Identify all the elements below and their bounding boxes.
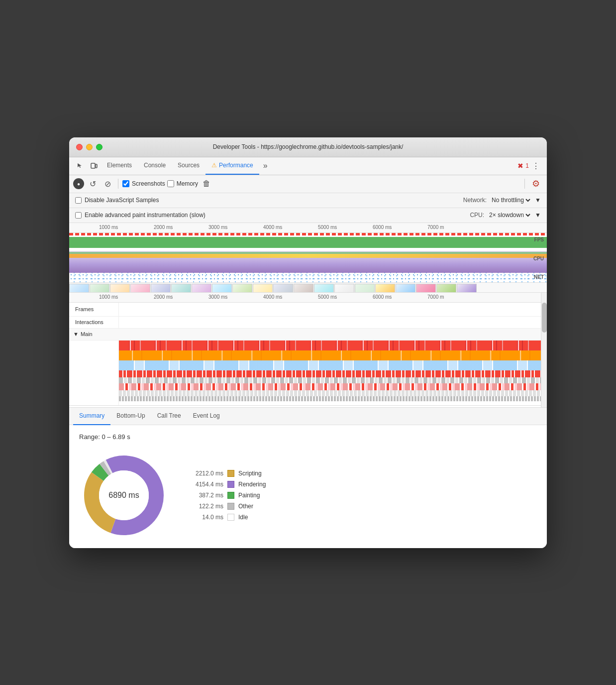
painting-swatch [227,492,234,499]
clear-button[interactable]: ⊘ [101,177,114,190]
record-button[interactable]: ● [73,178,84,189]
legend-painting: 387.2 ms Painting [189,492,266,499]
idle-label: Idle [238,514,248,521]
screenshot-4 [130,284,150,293]
screenshot-6 [171,284,191,293]
screenshot-2 [90,284,109,293]
time-ruler-main: 1000 ms 2000 ms 3000 ms 4000 ms 5000 ms … [69,293,547,303]
error-badge[interactable]: ✖ 1 [517,162,529,170]
other-label: Other [238,503,253,510]
summary-legend: 2212.0 ms Scripting 4154.4 ms Rendering … [189,470,266,521]
screenshot-17 [396,284,415,293]
toolbar-divider-1 [118,179,118,189]
flame-row-3 [119,360,547,370]
screenshot-9 [232,284,252,293]
disable-js-label[interactable]: Disable JavaScript Samples [75,197,159,204]
flame-row-7 [119,390,547,396]
tick-main-5000: 5000 ms [318,294,337,300]
tab-console[interactable]: Console [138,157,172,175]
main-section[interactable]: ▼ Main [69,329,547,406]
tab-event-log[interactable]: Event Log [187,407,226,425]
memory-checkbox[interactable] [167,180,174,187]
main-track-label-space [69,341,119,405]
scrollbar-thumb[interactable] [542,303,547,333]
legend-other: 122.2 ms Other [189,503,266,510]
idle-value: 14.0 ms [189,514,223,521]
rendering-label: Rendering [238,481,266,488]
settings-gear-button[interactable]: ⚙ [529,177,543,191]
screenshot-14 [334,284,354,293]
legend-rendering: 4154.4 ms Rendering [189,481,266,488]
devtools-window: Developer Tools - https://googlechrome.g… [69,137,547,548]
cpu-setting: CPU: 2× slowdown No throttling 4× slowdo… [470,211,541,219]
screenshot-5 [151,284,171,293]
flame-row-1 [119,341,547,350]
tab-summary[interactable]: Summary [73,407,110,425]
main-section-header[interactable]: ▼ Main [69,329,547,341]
tick-main-4000: 4000 ms [263,294,282,300]
toolbar-divider-2 [524,179,525,189]
cpu-label: CPU [533,256,544,261]
warning-icon: ⚠ [211,162,217,169]
tab-call-tree[interactable]: Call Tree [151,407,187,425]
flame-row-4 [119,370,547,377]
maximize-button[interactable] [96,144,103,150]
fps-green-bar [69,237,547,248]
screenshot-13 [314,284,334,293]
screenshots-checkbox[interactable] [122,180,129,187]
cursor-icon[interactable] [73,159,87,173]
tab-elements[interactable]: Elements [101,157,138,175]
scripting-value: 2212.0 ms [189,470,223,477]
advanced-paint-label[interactable]: Enable advanced paint instrumentation (s… [75,212,205,219]
reload-record-button[interactable]: ↺ [86,177,99,190]
interactions-label: Interactions [69,317,119,328]
devtools-menu-button[interactable]: ⋮ [529,159,543,173]
cpu-green-line [69,252,547,254]
tick-5000: 5000 ms [318,225,337,230]
donut-chart: 6890 ms [79,451,169,540]
screenshot-16 [375,284,395,293]
net-dots [69,273,547,282]
tick-main-7000: 7000 m [427,294,444,300]
painting-value: 387.2 ms [189,492,223,499]
cpu-select[interactable]: 2× slowdown No throttling 4× slowdown 6×… [487,211,532,219]
interactions-track[interactable]: Interactions [69,317,547,329]
screenshots-track [69,283,547,293]
devtools-tab-bar: Elements Console Sources ⚠ Performance »… [69,157,547,175]
tab-bottom-up[interactable]: Bottom-Up [110,407,151,425]
flame-row-6 [119,383,547,390]
screenshot-3 [110,284,130,293]
gear-icon: ⚙ [532,178,540,189]
tick-main-6000: 6000 ms [373,294,392,300]
memory-checkbox-label[interactable]: Memory [167,180,198,187]
screenshot-15 [355,284,375,293]
more-tabs-button[interactable]: » [259,161,272,170]
advanced-paint-checkbox[interactable] [75,212,82,219]
settings-row-1: Disable JavaScript Samples Network: No t… [69,193,547,208]
summary-content: 6890 ms 2212.0 ms Scripting 4154.4 ms Re… [79,451,537,540]
time-ruler-overview: 1000 ms 2000 ms 3000 ms 4000 ms 5000 ms … [69,223,547,233]
minimize-button[interactable] [86,144,93,150]
trash-button[interactable]: 🗑 [200,177,213,190]
screenshot-7 [192,284,211,293]
device-icon[interactable] [87,159,101,173]
disable-js-checkbox[interactable] [75,197,82,204]
main-flame-content[interactable] [119,341,547,405]
net-track: NET [69,273,547,283]
fps-track: FPS [69,233,547,248]
close-button[interactable] [76,144,83,150]
interactions-content [119,317,547,329]
window-title: Developer Tools - https://googlechrome.g… [213,143,404,150]
timeline-scrollbar[interactable] [541,293,547,407]
timeline-overview[interactable]: 1000 ms 2000 ms 3000 ms 4000 ms 5000 ms … [69,223,547,293]
tick-3000: 3000 ms [208,225,227,230]
tab-performance[interactable]: ⚠ Performance [205,157,259,175]
tick-main-2000: 2000 ms [154,294,173,300]
timeline-main[interactable]: 1000 ms 2000 ms 3000 ms 4000 ms 5000 ms … [69,293,547,407]
title-bar: Developer Tools - https://googlechrome.g… [69,137,547,157]
network-select[interactable]: No throttling Fast 3G Slow 3G [490,196,532,204]
tab-sources[interactable]: Sources [172,157,205,175]
frames-track[interactable]: Frames [69,303,547,317]
screenshots-checkbox-label[interactable]: Screenshots [122,180,165,187]
rendering-value: 4154.4 ms [189,481,223,488]
